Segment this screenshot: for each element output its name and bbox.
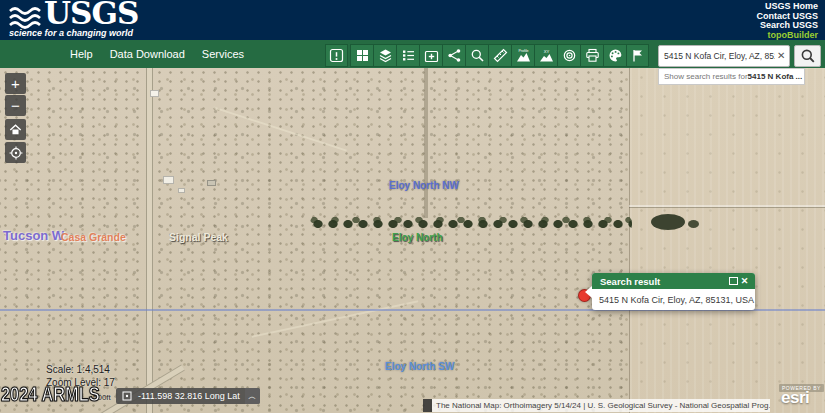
usgs-wave-logo-icon	[9, 4, 42, 29]
chevron-up-icon: ︿	[248, 391, 256, 402]
desert-trail	[252, 300, 419, 337]
print-button[interactable]	[580, 44, 603, 67]
minus-icon: −	[11, 97, 20, 114]
map-label-eloy-north-sw: Eloy North SW	[385, 361, 454, 372]
svg-text:Profile: Profile	[518, 49, 528, 53]
menu-help[interactable]: Help	[70, 48, 93, 60]
clear-search-icon[interactable]: ✕	[777, 49, 785, 62]
search-suggestion[interactable]: Show search results for 5415 N Kofa ...	[658, 68, 805, 85]
toolbar-buttons: Profile XY	[325, 44, 649, 67]
brand-usgs[interactable]: USGS	[44, 0, 138, 31]
elevation-profile-button[interactable]: Profile	[511, 44, 534, 67]
scale-readout: Scale: 1:4,514	[46, 364, 110, 375]
popup-maximize-button[interactable]	[728, 275, 739, 287]
search-icon	[800, 48, 816, 64]
tree-grove	[688, 220, 699, 228]
agricultural-fields	[629, 68, 825, 413]
basemap-grid-icon	[355, 48, 370, 63]
building	[150, 90, 159, 97]
esri-logo[interactable]: esri	[781, 388, 809, 408]
zoom-in-button[interactable]: +	[5, 73, 26, 94]
add-data-icon	[424, 48, 439, 63]
brand-tagline: science for a changing world	[9, 28, 133, 38]
attribution-text: The National Map: Orthoimagery 5/14/24 |…	[432, 399, 770, 412]
query-button[interactable]	[465, 44, 488, 67]
building	[178, 188, 185, 193]
field-boundary	[629, 205, 825, 207]
attribution-cap	[423, 399, 432, 412]
palette-icon	[608, 48, 623, 63]
popup-close-button[interactable]: ✕	[739, 275, 750, 287]
spot-elevation-icon: XY	[539, 48, 554, 63]
basemap-button[interactable]	[350, 44, 373, 67]
layers-button[interactable]	[373, 44, 396, 67]
alert-button[interactable]	[325, 44, 348, 67]
svg-text:XY: XY	[543, 49, 549, 54]
layers-icon	[378, 48, 393, 63]
identify-button[interactable]	[557, 44, 580, 67]
map-label-casa-grande: Casa Grande	[61, 231, 126, 243]
home-button[interactable]	[5, 119, 26, 140]
tree-row	[310, 214, 632, 234]
target-circles-icon	[562, 48, 577, 63]
coordinate-box-icon	[122, 391, 132, 401]
building	[163, 176, 174, 184]
zoom-out-button[interactable]: −	[5, 95, 26, 116]
armls-watermark: 2024 ARMLS	[1, 382, 100, 406]
search-result-popup: Search result ✕ 5415 N Kofa Cir, Eloy, A…	[592, 273, 755, 310]
desert-trail	[213, 106, 347, 151]
query-magnifier-icon	[470, 48, 485, 63]
popup-tail	[585, 286, 592, 298]
tree-grove	[651, 214, 685, 230]
add-data-button[interactable]	[419, 44, 442, 67]
map-label-eloy-north: Eloy North	[392, 232, 443, 243]
map-label-tucson-w: Tucson W	[3, 228, 64, 243]
locate-icon	[9, 146, 23, 160]
alert-icon	[329, 48, 344, 63]
search-input[interactable]	[658, 45, 790, 67]
plus-icon: +	[11, 75, 20, 92]
elevation-profile-icon: Profile	[516, 48, 531, 63]
header-links: USGS Home Contact USGS Search USGS topoB…	[756, 2, 818, 40]
suggestion-prefix: Show search results for	[664, 72, 748, 81]
spot-elevation-button[interactable]: XY	[534, 44, 557, 67]
road-vertical-center	[424, 68, 428, 218]
coordinates-readout: -111.598 32.816 Long Lat	[133, 391, 245, 401]
legend-list-icon	[401, 48, 416, 63]
app-header: USGS science for a changing world USGS H…	[0, 0, 825, 40]
legend-button[interactable]	[396, 44, 419, 67]
search-button[interactable]	[794, 45, 821, 67]
popup-title: Search result	[600, 276, 660, 287]
locate-button[interactable]	[5, 142, 26, 163]
measure-ruler-icon	[493, 48, 508, 63]
popup-address: 5415 N Kofa Cir, Eloy, AZ, 85131, USA	[592, 289, 755, 310]
gps-flag-icon	[630, 48, 645, 63]
draw-button[interactable]	[603, 44, 626, 67]
popup-header: Search result ✕	[592, 273, 755, 289]
map-label-eloy-north-nw: Eloy North NW	[389, 180, 459, 191]
gps-button[interactable]	[626, 44, 649, 67]
coordinates-expand-button[interactable]: ︿	[245, 388, 260, 404]
usgs-national-map-app: USGS science for a changing world USGS H…	[0, 0, 825, 413]
map-label-signal-peak: Signal Peak	[169, 231, 228, 243]
menu-services[interactable]: Services	[202, 48, 244, 60]
menu-data-download[interactable]: Data Download	[110, 48, 185, 60]
link-topobuilder[interactable]: topoBuilder	[756, 31, 818, 41]
coordinates-bar: -111.598 32.816 Long Lat ︿	[116, 388, 260, 404]
home-icon	[9, 123, 22, 136]
menubar: Help Data Download Services	[70, 40, 244, 68]
share-icon	[447, 48, 462, 63]
share-button[interactable]	[442, 44, 465, 67]
suggestion-term: 5415 N Kofa ...	[748, 72, 803, 81]
road-vertical-west	[146, 68, 153, 413]
building	[207, 180, 216, 186]
coordinate-marker-button[interactable]	[120, 388, 133, 404]
measure-button[interactable]	[488, 44, 511, 67]
map-canvas[interactable]: Tucson W Casa Grande Signal Peak Eloy No…	[0, 68, 825, 413]
close-icon: ✕	[741, 276, 749, 286]
maximize-icon	[729, 277, 738, 285]
printer-icon	[585, 48, 600, 63]
